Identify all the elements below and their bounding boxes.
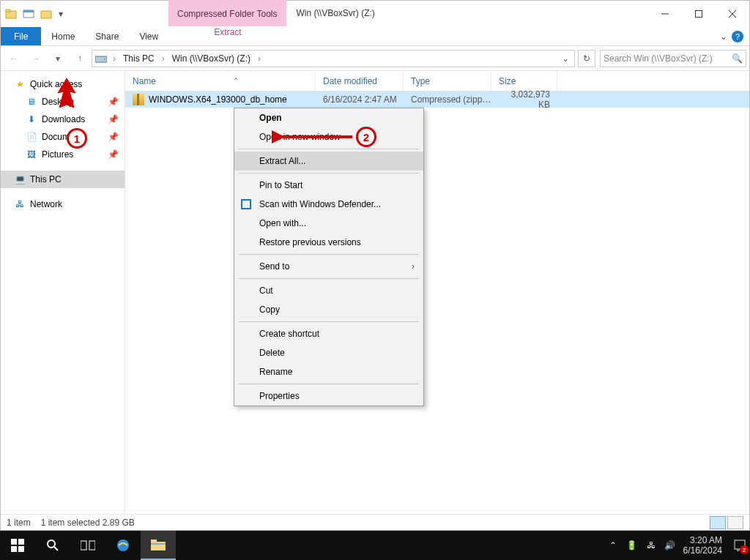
ctx-open[interactable]: Open: [234, 108, 423, 127]
sidebar-item-documents[interactable]: 📄 Documents 📌: [1, 128, 125, 146]
chevron-right-icon: ›: [412, 261, 415, 272]
tray-overflow-icon[interactable]: ⌃: [607, 540, 619, 551]
column-size[interactable]: Size: [491, 71, 557, 91]
ctx-label: Scan with Windows Defender...: [259, 199, 381, 209]
file-row[interactable]: WINDOWS.X64_193000_db_home 6/16/2024 2:4…: [125, 92, 749, 108]
documents-icon: 📄: [26, 131, 37, 143]
tab-view[interactable]: View: [129, 27, 168, 45]
recent-locations-icon[interactable]: ▾: [48, 48, 68, 69]
pin-icon: 📌: [108, 114, 119, 124]
ctx-separator: [239, 149, 419, 149]
ctx-rename[interactable]: Rename: [234, 362, 423, 381]
ctx-delete[interactable]: Delete: [234, 343, 423, 362]
sort-indicator-icon: ⌃: [232, 76, 240, 86]
details-view-button[interactable]: [710, 516, 726, 529]
clock-time: 3:20 AM: [690, 535, 722, 545]
start-button[interactable]: [0, 531, 35, 560]
chevron-right-icon[interactable]: ›: [256, 53, 262, 64]
tab-file[interactable]: File: [1, 27, 41, 45]
column-date[interactable]: Date modified: [316, 71, 404, 91]
svg-rect-23: [151, 542, 166, 550]
network-tray-icon[interactable]: 🖧: [645, 540, 657, 551]
ctx-cut[interactable]: Cut: [234, 281, 423, 300]
clock-date: 6/16/2024: [683, 545, 722, 556]
ctx-send-to[interactable]: Send to ›: [234, 257, 423, 276]
sidebar-item-this-pc[interactable]: 💻 This PC: [1, 171, 125, 188]
svg-rect-24: [151, 540, 157, 542]
sidebar-item-network[interactable]: 🖧 Network: [1, 195, 125, 213]
svg-point-18: [48, 540, 55, 548]
ctx-separator: [239, 278, 419, 279]
search-input[interactable]: Search Win (\\VBoxSvr) (Z:) 🔍: [600, 50, 746, 67]
forward-button[interactable]: →: [26, 48, 46, 69]
status-item-count: 1 item: [7, 518, 31, 528]
sidebar-label: Pictures: [42, 149, 73, 160]
sidebar-label: Network: [30, 199, 62, 209]
explorer-icon: [4, 7, 18, 21]
tab-home[interactable]: Home: [41, 27, 85, 45]
column-type[interactable]: Type: [404, 71, 491, 91]
tab-extract[interactable]: Extract: [191, 27, 264, 37]
ctx-restore-versions[interactable]: Restore previous versions: [234, 233, 423, 252]
title-bar: ▾ Compressed Folder Tools Win (\\VBoxSvr…: [1, 1, 749, 27]
taskbar-ie-icon[interactable]: [105, 531, 141, 560]
qat-dropdown-icon[interactable]: ▾: [56, 6, 65, 22]
navigation-pane: ★ Quick access 🖥 Desktop 📌 ⬇ Downloads 📌…: [1, 71, 125, 514]
ctx-properties[interactable]: Properties: [234, 387, 423, 406]
expand-ribbon-icon[interactable]: ⌄: [720, 31, 727, 42]
svg-rect-15: [18, 539, 24, 545]
file-cell-type: Compressed (zipp…: [404, 94, 491, 105]
svg-line-19: [54, 547, 58, 550]
ctx-extract-all[interactable]: Extract All...: [234, 152, 423, 171]
search-placeholder: Search Win (\\VBoxSvr) (Z:): [604, 53, 713, 64]
thumbnails-view-button[interactable]: [727, 516, 743, 529]
svg-rect-4: [41, 11, 51, 18]
compressed-folder-tools-tab-header: Compressed Folder Tools: [168, 0, 286, 26]
volume-icon[interactable]: 🔊: [664, 540, 676, 551]
file-list[interactable]: WINDOWS.X64_193000_db_home 6/16/2024 2:4…: [125, 92, 749, 514]
sidebar-item-downloads[interactable]: ⬇ Downloads 📌: [1, 111, 125, 128]
status-bar: 1 item 1 item selected 2.89 GB: [1, 514, 749, 530]
address-dropdown-icon[interactable]: ⌄: [560, 53, 571, 64]
ctx-pin-to-start[interactable]: Pin to Start: [234, 176, 423, 195]
notification-count: 2: [740, 545, 749, 554]
address-bar[interactable]: › This PC › Win (\\VBoxSvr) (Z:) › ⌄: [92, 50, 575, 67]
up-button[interactable]: ↑: [70, 48, 90, 69]
back-button[interactable]: ←: [4, 48, 24, 69]
breadcrumb-location[interactable]: Win (\\VBoxSvr) (Z:): [171, 53, 252, 64]
maximize-button[interactable]: [682, 1, 716, 27]
sidebar-item-pictures[interactable]: 🖼 Pictures 📌: [1, 146, 125, 163]
taskbar-explorer-icon[interactable]: [141, 531, 176, 560]
battery-icon[interactable]: 🔋: [626, 540, 638, 551]
column-headers: Name⌃ Date modified Type Size: [125, 71, 749, 92]
clock[interactable]: 3:20 AM 6/16/2024: [683, 535, 725, 556]
breadcrumb-this-pc[interactable]: This PC: [122, 53, 156, 64]
action-center-icon[interactable]: 2: [732, 538, 747, 553]
ctx-open-new-window[interactable]: Open in new window: [234, 127, 423, 146]
sidebar-label: Desktop: [42, 97, 74, 107]
chevron-right-icon[interactable]: ›: [111, 53, 117, 64]
properties-icon[interactable]: [21, 7, 36, 21]
ctx-copy[interactable]: Copy: [234, 300, 423, 319]
download-icon: ⬇: [26, 113, 37, 125]
chevron-right-icon[interactable]: ›: [160, 53, 166, 64]
ctx-label: Send to: [259, 261, 289, 272]
zip-file-icon: [133, 94, 144, 105]
sidebar-item-quick-access[interactable]: ★ Quick access: [1, 75, 125, 93]
ctx-create-shortcut[interactable]: Create shortcut: [234, 324, 423, 343]
ctx-scan-defender[interactable]: Scan with Windows Defender...: [234, 195, 423, 214]
task-view-button[interactable]: [70, 531, 105, 560]
help-icon[interactable]: ?: [732, 31, 743, 42]
minimize-button[interactable]: [648, 1, 682, 27]
ctx-open-with[interactable]: Open with...: [234, 214, 423, 233]
column-name[interactable]: Name⌃: [125, 71, 316, 91]
new-folder-icon[interactable]: [39, 7, 53, 21]
search-button[interactable]: [35, 531, 70, 560]
close-button[interactable]: [716, 1, 749, 27]
tab-share[interactable]: Share: [85, 27, 129, 45]
sidebar-item-desktop[interactable]: 🖥 Desktop 📌: [1, 93, 125, 111]
pin-icon: 📌: [108, 97, 119, 107]
window-title: Win (\\VBoxSvr) (Z:): [286, 0, 385, 26]
ctx-separator: [239, 254, 419, 255]
refresh-button[interactable]: ↻: [578, 50, 595, 67]
